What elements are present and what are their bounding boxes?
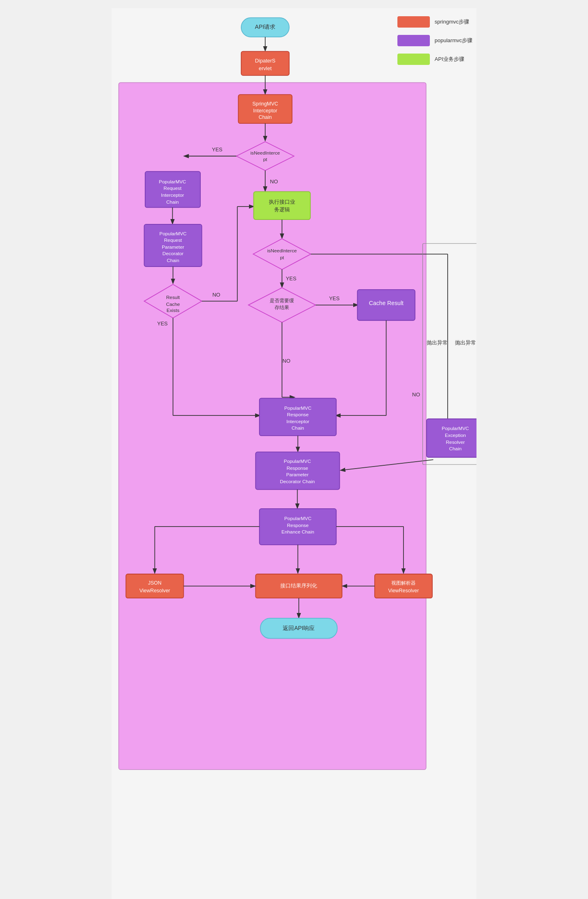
return-api-text: 返回API响应 [283,625,315,631]
ric-text-2: Response [287,412,309,417]
springmvc-text-2: Interceptor [253,108,277,114]
legend: springmvc步骤 popularmvc步骤 API业务步骤 [397,16,472,65]
exec-text-2: 务逻辑 [274,206,290,213]
cache-text-2: Cache [166,301,180,307]
rec-text-3: Enhance Chain [281,529,314,535]
legend-color-0 [397,16,430,28]
legend-label-1: popularmvc步骤 [435,37,472,44]
pri-text-3: Interceptor [161,192,184,198]
rec-text-2: Response [287,523,309,528]
er-text-2: Exception [445,432,466,438]
cache-result-text-1: Cache Result [369,300,403,306]
rpc-text-2: Response [287,465,309,471]
dispatcher-text-1: DipaterS [255,58,276,64]
ric-text-3: Interceptor [286,419,309,424]
legend-label-0: springmvc步骤 [435,18,469,26]
diamond1-text-1: isNeedInterce [250,150,280,156]
springmvc-text-1: SpringMVC [252,101,278,107]
throw-exception-label: 抛出异常 [455,340,476,346]
exec-text-1: 执行接口业 [269,199,295,205]
execute-business-box [254,191,311,219]
json-viewresolver-box [126,574,184,598]
er-text-4: Chain [449,446,461,452]
throw-exception-text: 抛出异常 [427,340,448,346]
page-container: springmvc步骤 popularmvc步骤 API业务步骤 API请求 D… [112,8,476,899]
dispatcher-text-2: ervlet [259,65,272,71]
legend-color-1 [397,35,430,46]
rpc-text-4: Decorator Chain [280,479,315,484]
label-no-cache: NO [212,292,221,298]
label-yes-cache: YES [157,320,168,327]
view-text-2: ViewResolver [388,588,419,594]
er-text-1: PopularMVC [442,426,469,431]
view-viewresolver-box [375,574,432,598]
prp-text-1: PopularMVC [159,231,187,237]
label-no-cache-need: NO [283,358,291,364]
ric-text-4: Chain [292,425,304,431]
rec-text-1: PopularMVC [284,516,312,521]
er-text-3: Resolver [446,439,465,445]
label-yes-3: YES [329,295,339,301]
label-yes-1: YES [212,146,223,153]
label-no-exception: NO [412,391,420,398]
cache-need-text-1: 是否需要缓 [270,298,294,303]
view-text-1: 视图解析器 [391,580,416,586]
legend-label-2: API业务步骤 [435,56,464,63]
serialize-text: 接口结果序列化 [280,583,317,589]
legend-color-2 [397,54,430,65]
legend-item-1: popularmvc步骤 [397,35,472,46]
json-text-1: JSON [148,580,161,586]
diamond2-text-1: isNeedInterce [267,248,297,254]
ric-text-1: PopularMVC [284,405,312,411]
prp-text-3: Parameter [162,244,184,250]
prp-text-5: Chain [167,258,179,263]
prp-text-4: Decorator [163,251,184,256]
json-text-2: ViewResolver [139,588,170,594]
legend-item-2: API业务步骤 [397,54,472,65]
cache-text-3: Exists [167,308,180,313]
label-yes-2: YES [286,275,296,282]
diamond1-text-2: pt [263,157,268,162]
springmvc-text-3: Chain [259,114,272,120]
pri-text-1: PopularMVC [159,179,187,185]
label-no-1: NO [270,179,278,185]
cache-need-text-2: 存结果 [275,305,289,310]
cache-text-1: Result [166,295,180,300]
diamond2-text-2: pt [280,255,284,260]
pri-text-4: Chain [166,199,179,205]
flowchart-svg: API请求 DipaterS ervlet SpringMVC Intercep… [112,8,476,899]
api-request-text: API请求 [255,24,275,30]
pri-text-2: Request [163,185,182,191]
prp-text-2: Request [164,237,182,243]
legend-item-0: springmvc步骤 [397,16,472,28]
rpc-text-3: Parameter [286,472,309,477]
rpc-text-1: PopularMVC [284,458,311,464]
